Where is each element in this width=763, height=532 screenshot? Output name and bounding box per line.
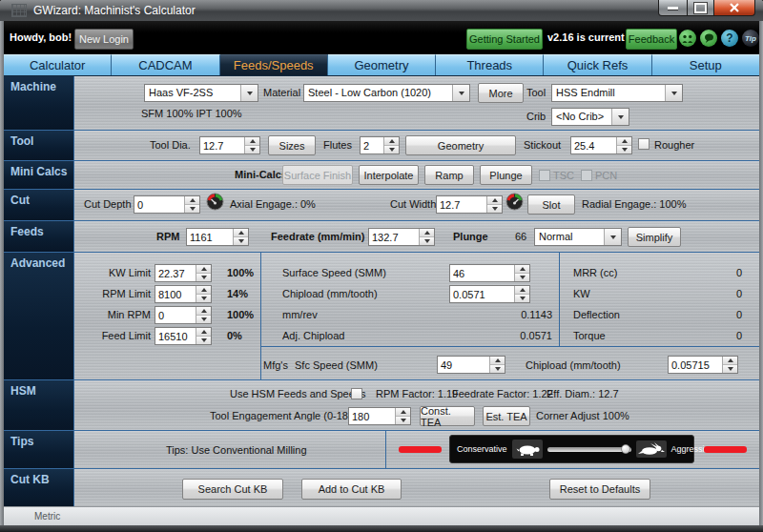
rpm-stepper[interactable]: [186, 228, 249, 246]
min-rpm-input[interactable]: [155, 307, 196, 323]
geometry-button[interactable]: Geometry: [405, 135, 516, 155]
use-hsm-checkbox[interactable]: [351, 388, 362, 399]
rpm-limit-stepper[interactable]: [155, 285, 212, 303]
interpolate-button[interactable]: Interpolate: [359, 165, 419, 185]
maximize-button[interactable]: [688, 0, 714, 16]
axial-gauge-icon[interactable]: [206, 193, 224, 215]
chevron-down-icon[interactable]: [665, 85, 682, 101]
flutes-input[interactable]: [361, 137, 383, 153]
cut-width-stepper[interactable]: [436, 195, 503, 214]
tea-stepper[interactable]: [348, 407, 411, 425]
step-down-icon[interactable]: [396, 417, 410, 424]
help-icon[interactable]: ?: [721, 30, 738, 47]
stickout-stepper[interactable]: [570, 136, 632, 154]
flutes-stepper[interactable]: [360, 136, 400, 154]
rougher-checkbox[interactable]: [638, 138, 650, 150]
step-up-icon[interactable]: [396, 408, 410, 417]
tab-calculator[interactable]: Calculator: [4, 54, 112, 75]
machine-select[interactable]: Haas VF-2SS: [144, 84, 258, 102]
kw-limit-input[interactable]: [155, 265, 196, 281]
tab-setup[interactable]: Setup: [652, 54, 759, 75]
tab-threads[interactable]: Threads: [436, 54, 544, 75]
chevron-down-icon[interactable]: [604, 229, 621, 245]
surface-speed-stepper[interactable]: [449, 264, 530, 282]
tool-dia-stepper[interactable]: [199, 136, 260, 154]
kw-limit-stepper[interactable]: [155, 264, 212, 282]
chipload-stepper[interactable]: [449, 285, 530, 303]
simplify-button[interactable]: Simplify: [628, 227, 681, 247]
add-to-cut-kb-button[interactable]: Add to Cut KB: [301, 479, 402, 500]
tool-select[interactable]: HSS Endmill: [551, 84, 683, 102]
slider-track[interactable]: [547, 447, 631, 452]
material-select[interactable]: Steel - Low Carbon (1020): [303, 84, 470, 102]
chevron-down-icon[interactable]: [611, 109, 629, 125]
chipload-input[interactable]: [450, 286, 514, 302]
stickout-input[interactable]: [571, 137, 616, 153]
tsc-checkbox[interactable]: [539, 170, 550, 181]
plunge-button[interactable]: Plunge: [480, 165, 532, 185]
step-up-icon[interactable]: [196, 307, 211, 316]
step-down-icon[interactable]: [723, 365, 737, 373]
step-down-icon[interactable]: [420, 237, 434, 245]
mfg-sfc-speed-stepper[interactable]: [437, 356, 505, 374]
ramp-button[interactable]: Ramp: [424, 165, 474, 185]
step-down-icon[interactable]: [384, 146, 399, 153]
cut-depth-input[interactable]: [134, 196, 184, 213]
step-down-icon[interactable]: [196, 274, 211, 281]
tab-geometry[interactable]: Geometry: [328, 54, 436, 75]
step-down-icon[interactable]: [490, 365, 505, 373]
step-down-icon[interactable]: [196, 337, 211, 344]
mfg-chipload-stepper[interactable]: [668, 356, 738, 374]
tea-input[interactable]: [349, 408, 395, 424]
step-up-icon[interactable]: [420, 229, 434, 237]
step-down-icon[interactable]: [196, 316, 211, 323]
minimize-button[interactable]: [658, 0, 688, 16]
feedrate-stepper[interactable]: [368, 228, 435, 246]
slider-handle[interactable]: [621, 444, 630, 454]
mfg-chipload-input[interactable]: [669, 357, 722, 373]
more-button[interactable]: More: [478, 83, 524, 103]
sizes-button[interactable]: Sizes: [268, 135, 316, 155]
pcn-checkbox[interactable]: [581, 170, 592, 181]
step-up-icon[interactable]: [245, 137, 259, 146]
chat-icon[interactable]: [700, 30, 717, 47]
rpm-limit-input[interactable]: [155, 286, 196, 302]
step-up-icon[interactable]: [515, 286, 529, 295]
est-tea-button[interactable]: Est. TEA: [483, 406, 530, 426]
feedback-button[interactable]: Feedback: [626, 29, 677, 50]
step-down-icon[interactable]: [245, 146, 259, 153]
community-icon[interactable]: [679, 30, 696, 47]
step-up-icon[interactable]: [196, 265, 211, 274]
const-tea-button[interactable]: Const. TEA: [420, 406, 475, 426]
rpm-input[interactable]: [187, 229, 233, 245]
feed-limit-input[interactable]: [155, 328, 196, 344]
cut-depth-stepper[interactable]: [134, 195, 200, 214]
step-up-icon[interactable]: [384, 137, 399, 146]
step-up-icon[interactable]: [490, 357, 505, 365]
chevron-down-icon[interactable]: [452, 85, 469, 101]
step-up-icon[interactable]: [196, 328, 211, 337]
cut-width-input[interactable]: [437, 196, 486, 213]
aggressiveness-slider[interactable]: Conservative Aggressive: [449, 435, 694, 463]
step-up-icon[interactable]: [185, 196, 199, 205]
search-cut-kb-button[interactable]: Search Cut KB: [182, 479, 283, 500]
surface-finish-button[interactable]: Surface Finish: [282, 165, 353, 185]
slot-button[interactable]: Slot: [527, 194, 575, 215]
radial-gauge-icon[interactable]: [505, 193, 524, 215]
step-up-icon[interactable]: [234, 229, 248, 237]
reset-to-defaults-button[interactable]: Reset to Defaults: [549, 479, 650, 500]
chevron-down-icon[interactable]: [240, 85, 258, 101]
getting-started-button[interactable]: Getting Started: [466, 29, 543, 50]
feed-limit-stepper[interactable]: [155, 327, 212, 345]
step-down-icon[interactable]: [487, 205, 502, 213]
step-down-icon[interactable]: [234, 237, 248, 245]
step-up-icon[interactable]: [487, 196, 502, 205]
surface-speed-input[interactable]: [450, 265, 514, 281]
tab-quick-refs[interactable]: Quick Refs: [544, 54, 651, 75]
step-down-icon[interactable]: [617, 146, 631, 153]
mfg-sfc-speed-input[interactable]: [438, 357, 489, 373]
new-login-button[interactable]: New Login: [74, 29, 134, 50]
min-rpm-stepper[interactable]: [155, 306, 212, 324]
tab-cadcam[interactable]: CADCAM: [112, 54, 219, 75]
feed-mode-select[interactable]: Normal: [534, 228, 622, 246]
